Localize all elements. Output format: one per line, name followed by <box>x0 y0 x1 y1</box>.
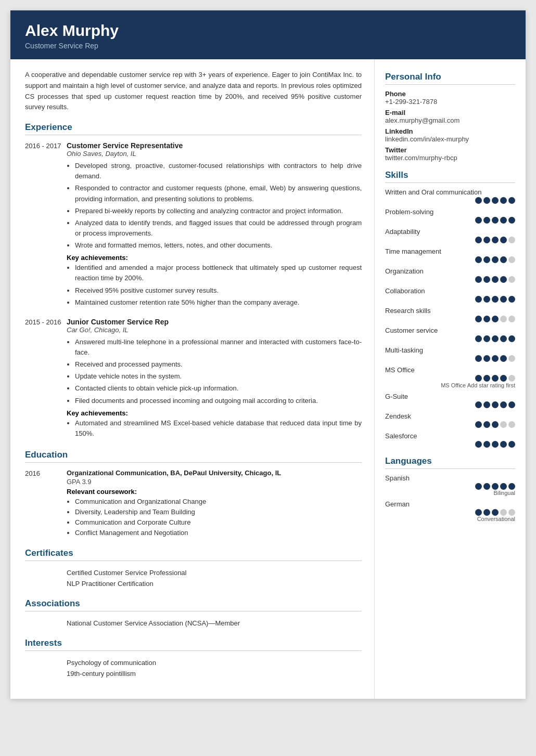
skill-item: Multi-tasking <box>385 346 515 362</box>
dot-filled <box>483 335 490 342</box>
associations-title: Associations <box>25 598 362 611</box>
coursework-label: Relevant coursework: <box>67 488 362 496</box>
dot-filled <box>500 197 507 204</box>
exp-title-1: Customer Service Representative <box>67 141 362 150</box>
assoc-item-1: National Customer Service Association (N… <box>25 618 362 629</box>
email-value: alex.murphy@gmail.com <box>385 116 515 124</box>
exp-achievement: Automated and streamlined MS Excel-based… <box>75 418 362 439</box>
certificates-title: Certificates <box>25 548 362 561</box>
skill-item: Time management <box>385 247 515 263</box>
exp-dates-1: 2016 - 2017 <box>25 141 67 309</box>
exp-bullet: Prepared bi-weekly reports by collecting… <box>75 206 362 216</box>
phone-value: +1-299-321-7878 <box>385 98 515 106</box>
exp-dates-2: 2015 - 2016 <box>25 318 67 440</box>
experience-section: Experience 2016 - 2017 Customer Service … <box>25 122 362 440</box>
language-item: GermanConversational <box>385 500 515 522</box>
skill-dots <box>385 237 515 243</box>
dot-filled <box>492 276 499 283</box>
skill-dots <box>385 256 515 263</box>
experience-title: Experience <box>25 122 362 135</box>
dot-filled <box>483 217 490 224</box>
dot-filled <box>500 441 507 448</box>
dot-filled <box>492 335 499 342</box>
skills-list: Written and Oral communicationProblem-so… <box>385 188 515 448</box>
dot-filled <box>492 421 499 428</box>
personal-info-section: Personal Info Phone +1-299-321-7878 E-ma… <box>385 72 515 162</box>
skill-item: Research skills <box>385 307 515 322</box>
dot-filled <box>483 401 490 408</box>
dot-filled <box>492 197 499 204</box>
skill-dots <box>385 316 515 322</box>
skill-dots <box>385 217 515 224</box>
phone-label: Phone <box>385 90 515 98</box>
skill-item: Written and Oral communication <box>385 188 515 204</box>
linkedin-label: LinkedIn <box>385 127 515 135</box>
dot-filled <box>500 355 507 362</box>
dot-filled <box>483 296 490 303</box>
dot-filled <box>500 256 507 263</box>
dot-filled <box>483 197 490 204</box>
edu-body-1: Organizational Communication, BA, DePaul… <box>67 469 362 539</box>
personal-info-title: Personal Info <box>385 72 515 85</box>
language-name: German <box>385 500 515 508</box>
dot-empty <box>500 509 507 516</box>
dot-filled <box>500 335 507 342</box>
skill-item: Adaptability <box>385 228 515 243</box>
skill-name: MS Office <box>385 366 515 374</box>
certificates-section: Certificates Certified Customer Service … <box>25 548 362 589</box>
exp-title-2: Junior Customer Service Rep <box>67 318 362 326</box>
dot-empty <box>508 509 515 516</box>
skill-name: Written and Oral communication <box>385 188 515 196</box>
dot-filled <box>500 401 507 408</box>
skills-section: Skills Written and Oral communicationPro… <box>385 170 515 448</box>
key-achievements-label-2: Key achievements: <box>67 409 362 417</box>
left-column: A cooperative and dependable customer se… <box>10 59 375 699</box>
dot-filled <box>508 296 515 303</box>
coursework-item: Conflict Management and Negotiation <box>75 528 362 538</box>
exp-bullet: Developed strong, proactive, customer-fo… <box>75 161 362 181</box>
dot-filled <box>500 296 507 303</box>
coursework-item: Communication and Organizational Change <box>75 497 362 507</box>
exp-achievement: Identified and amended a major process b… <box>75 263 362 283</box>
dot-empty <box>508 355 515 362</box>
dot-filled <box>500 276 507 283</box>
dot-filled <box>492 217 499 224</box>
exp-entry-1: 2016 - 2017 Customer Service Representat… <box>25 141 362 309</box>
resume-content: A cooperative and dependable customer se… <box>10 59 526 699</box>
dot-empty <box>508 237 515 243</box>
skill-name: Salesforce <box>385 432 515 440</box>
exp-bullet: Contacted clients to obtain vehicle pick… <box>75 383 362 394</box>
cert-item-1: Certified Customer Service Professional <box>25 567 362 578</box>
linkedin-value: linkedin.com/in/alex-murphy <box>385 135 515 143</box>
dot-filled <box>483 483 490 490</box>
skill-name: Time management <box>385 247 515 255</box>
dot-filled <box>475 237 482 243</box>
exp-bullet: Filed documents and processed incoming a… <box>75 396 362 406</box>
resume-container: Alex Murphy Customer Service Rep A coope… <box>10 10 526 699</box>
exp-achievements-2: Automated and streamlined MS Excel-based… <box>67 418 362 439</box>
dot-filled <box>483 237 490 243</box>
cert-item-2: NLP Practitioner Certification <box>25 578 362 589</box>
exp-entry-2: 2015 - 2016 Junior Customer Service Rep … <box>25 318 362 440</box>
exp-body-1: Customer Service Representative Ohio Sav… <box>67 141 362 309</box>
exp-bullet: Analyzed data to identify trends, and fl… <box>75 218 362 239</box>
dot-filled <box>492 316 499 322</box>
twitter-value: twitter.com/murphy-rbcp <box>385 154 515 162</box>
language-dots <box>385 483 515 490</box>
edu-degree-1: Organizational Communication, BA, DePaul… <box>67 469 362 477</box>
skill-name: Collaboration <box>385 287 515 295</box>
education-title: Education <box>25 450 362 463</box>
skill-name: Zendesk <box>385 412 515 420</box>
summary-text: A cooperative and dependable customer se… <box>25 70 362 113</box>
dot-filled <box>508 197 515 204</box>
exp-achievements-1: Identified and amended a major process b… <box>67 263 362 308</box>
edu-entry-1: 2016 Organizational Communication, BA, D… <box>25 469 362 539</box>
dot-filled <box>492 375 499 382</box>
exp-achievement: Maintained customer retention rate 50% h… <box>75 297 362 308</box>
language-dots <box>385 509 515 516</box>
skill-dots <box>385 375 515 382</box>
exp-bullet: Answered multi-line telephone in a profe… <box>75 337 362 358</box>
key-achievements-label-1: Key achievements: <box>67 254 362 262</box>
skill-item: Zendesk <box>385 412 515 428</box>
skill-name: Multi-tasking <box>385 346 515 354</box>
